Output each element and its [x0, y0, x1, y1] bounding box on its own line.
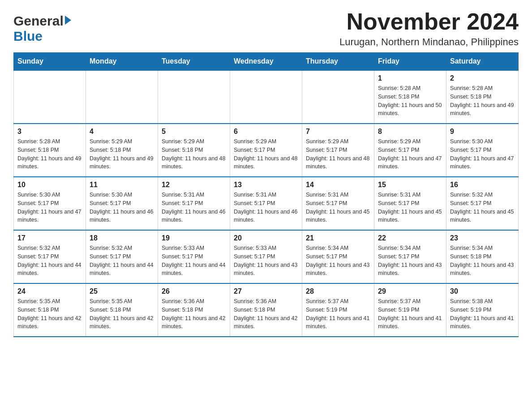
calendar-week-2: 3Sunrise: 5:28 AMSunset: 5:18 PMDaylight…	[14, 124, 519, 177]
calendar-cell: 16Sunrise: 5:32 AMSunset: 5:17 PMDayligh…	[446, 177, 519, 230]
logo: General Blue	[13, 13, 71, 44]
calendar-cell: 1Sunrise: 5:28 AMSunset: 5:18 PMDaylight…	[374, 70, 446, 124]
calendar-cell	[158, 70, 230, 124]
daylight-text: Daylight: 11 hours and 41 minutes.	[450, 315, 514, 330]
sunrise-text: Sunrise: 5:32 AM	[450, 192, 493, 198]
day-info: Sunrise: 5:35 AMSunset: 5:18 PMDaylight:…	[17, 297, 82, 331]
logo-general-text: General	[13, 13, 64, 29]
sunset-text: Sunset: 5:18 PM	[450, 94, 491, 100]
day-number: 7	[306, 128, 370, 136]
daylight-text: Daylight: 11 hours and 42 minutes.	[17, 315, 81, 330]
day-info: Sunrise: 5:28 AMSunset: 5:18 PMDaylight:…	[17, 137, 82, 171]
sunset-text: Sunset: 5:18 PM	[17, 307, 59, 313]
sunset-text: Sunset: 5:18 PM	[450, 253, 491, 260]
page-subtitle: Lurugan, Northern Mindanao, Philippines	[339, 36, 519, 48]
day-info: Sunrise: 5:34 AMSunset: 5:17 PMDaylight:…	[306, 244, 370, 278]
sunrise-text: Sunrise: 5:31 AM	[234, 192, 276, 198]
sunset-text: Sunset: 5:18 PM	[234, 307, 275, 313]
daylight-text: Daylight: 11 hours and 44 minutes.	[162, 262, 225, 277]
day-info: Sunrise: 5:38 AMSunset: 5:19 PMDaylight:…	[450, 297, 515, 331]
daylight-text: Daylight: 11 hours and 47 minutes.	[17, 209, 81, 223]
day-number: 17	[17, 234, 82, 242]
sunset-text: Sunset: 5:17 PM	[306, 147, 347, 153]
calendar-cell: 18Sunrise: 5:32 AMSunset: 5:17 PMDayligh…	[86, 230, 158, 283]
daylight-text: Daylight: 11 hours and 43 minutes.	[234, 262, 297, 277]
day-info: Sunrise: 5:29 AMSunset: 5:17 PMDaylight:…	[234, 137, 298, 171]
sunset-text: Sunset: 5:18 PM	[17, 147, 59, 153]
calendar-cell: 8Sunrise: 5:29 AMSunset: 5:17 PMDaylight…	[374, 124, 446, 177]
daylight-text: Daylight: 11 hours and 46 minutes.	[234, 209, 297, 223]
logo-arrow-icon	[65, 16, 71, 25]
sunset-text: Sunset: 5:17 PM	[17, 200, 59, 206]
day-number: 28	[306, 287, 370, 295]
sunrise-text: Sunrise: 5:38 AM	[450, 298, 493, 304]
calendar-cell: 6Sunrise: 5:29 AMSunset: 5:17 PMDaylight…	[230, 124, 302, 177]
calendar-cell: 17Sunrise: 5:32 AMSunset: 5:17 PMDayligh…	[14, 230, 86, 283]
daylight-text: Daylight: 11 hours and 46 minutes.	[90, 209, 153, 223]
calendar-cell: 20Sunrise: 5:33 AMSunset: 5:17 PMDayligh…	[230, 230, 302, 283]
calendar-week-5: 24Sunrise: 5:35 AMSunset: 5:18 PMDayligh…	[14, 283, 519, 337]
column-header-saturday: Saturday	[446, 53, 519, 71]
day-info: Sunrise: 5:31 AMSunset: 5:17 PMDaylight:…	[306, 191, 370, 224]
day-number: 30	[450, 287, 515, 295]
calendar-week-1: 1Sunrise: 5:28 AMSunset: 5:18 PMDaylight…	[14, 70, 519, 124]
sunrise-text: Sunrise: 5:29 AM	[306, 138, 348, 145]
sunrise-text: Sunrise: 5:32 AM	[17, 245, 60, 251]
sunrise-text: Sunrise: 5:30 AM	[450, 138, 493, 145]
page-header: General Blue November 2024 Lurugan, Nort…	[13, 9, 519, 48]
day-info: Sunrise: 5:35 AMSunset: 5:18 PMDaylight:…	[90, 297, 154, 331]
sunrise-text: Sunrise: 5:35 AM	[90, 298, 132, 304]
day-number: 27	[234, 287, 298, 295]
calendar-cell: 24Sunrise: 5:35 AMSunset: 5:18 PMDayligh…	[14, 283, 86, 337]
daylight-text: Daylight: 11 hours and 43 minutes.	[450, 262, 514, 277]
day-number: 4	[90, 128, 154, 136]
sunrise-text: Sunrise: 5:36 AM	[162, 298, 204, 304]
daylight-text: Daylight: 11 hours and 44 minutes.	[90, 262, 153, 277]
day-info: Sunrise: 5:31 AMSunset: 5:17 PMDaylight:…	[378, 191, 442, 224]
daylight-text: Daylight: 11 hours and 48 minutes.	[234, 155, 297, 170]
day-number: 6	[234, 128, 298, 136]
daylight-text: Daylight: 11 hours and 45 minutes.	[450, 209, 514, 223]
column-header-friday: Friday	[374, 53, 446, 71]
day-number: 26	[162, 287, 226, 295]
day-info: Sunrise: 5:34 AMSunset: 5:17 PMDaylight:…	[378, 244, 442, 278]
sunset-text: Sunset: 5:17 PM	[234, 253, 275, 260]
sunset-text: Sunset: 5:17 PM	[450, 200, 491, 206]
sunrise-text: Sunrise: 5:31 AM	[306, 192, 348, 198]
calendar-cell: 2Sunrise: 5:28 AMSunset: 5:18 PMDaylight…	[446, 70, 519, 124]
calendar-cell: 28Sunrise: 5:37 AMSunset: 5:19 PMDayligh…	[302, 283, 374, 337]
sunset-text: Sunset: 5:17 PM	[234, 147, 275, 153]
sunset-text: Sunset: 5:18 PM	[378, 94, 419, 100]
day-number: 1	[378, 74, 442, 82]
sunrise-text: Sunrise: 5:34 AM	[378, 245, 420, 251]
daylight-text: Daylight: 11 hours and 41 minutes.	[378, 315, 442, 330]
calendar-cell: 3Sunrise: 5:28 AMSunset: 5:18 PMDaylight…	[14, 124, 86, 177]
calendar-cell	[230, 70, 302, 124]
daylight-text: Daylight: 11 hours and 42 minutes.	[90, 315, 153, 330]
column-header-wednesday: Wednesday	[230, 53, 302, 71]
sunrise-text: Sunrise: 5:31 AM	[162, 192, 204, 198]
sunrise-text: Sunrise: 5:28 AM	[450, 85, 493, 91]
sunset-text: Sunset: 5:18 PM	[162, 147, 203, 153]
day-number: 29	[378, 287, 442, 295]
day-info: Sunrise: 5:28 AMSunset: 5:18 PMDaylight:…	[378, 84, 442, 118]
column-header-monday: Monday	[86, 53, 158, 71]
sunrise-text: Sunrise: 5:30 AM	[17, 192, 60, 198]
sunset-text: Sunset: 5:17 PM	[306, 253, 347, 260]
day-number: 5	[162, 128, 226, 136]
calendar-table: SundayMondayTuesdayWednesdayThursdayFrid…	[13, 52, 519, 337]
daylight-text: Daylight: 11 hours and 43 minutes.	[378, 262, 442, 277]
day-number: 25	[90, 287, 154, 295]
column-header-tuesday: Tuesday	[158, 53, 230, 71]
calendar-cell: 26Sunrise: 5:36 AMSunset: 5:18 PMDayligh…	[158, 283, 230, 337]
sunrise-text: Sunrise: 5:32 AM	[90, 245, 132, 251]
calendar-cell: 29Sunrise: 5:37 AMSunset: 5:19 PMDayligh…	[374, 283, 446, 337]
calendar-cell: 4Sunrise: 5:29 AMSunset: 5:18 PMDaylight…	[86, 124, 158, 177]
calendar-cell: 21Sunrise: 5:34 AMSunset: 5:17 PMDayligh…	[302, 230, 374, 283]
sunrise-text: Sunrise: 5:29 AM	[234, 138, 276, 145]
calendar-cell: 9Sunrise: 5:30 AMSunset: 5:17 PMDaylight…	[446, 124, 519, 177]
day-info: Sunrise: 5:33 AMSunset: 5:17 PMDaylight:…	[162, 244, 226, 278]
day-number: 19	[162, 234, 226, 242]
day-number: 21	[306, 234, 370, 242]
sunset-text: Sunset: 5:19 PM	[306, 307, 347, 313]
